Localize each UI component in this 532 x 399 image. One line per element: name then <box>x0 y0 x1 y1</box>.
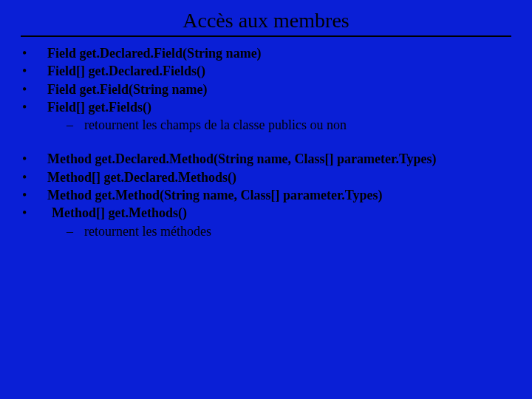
bullet-icon: • <box>21 204 47 222</box>
fields-group: • Field get.Declared.Field(String name) … <box>21 44 511 134</box>
bullet-icon: • <box>21 98 47 116</box>
bullet-icon: • <box>21 62 47 80</box>
sub-item: – retournent les champs de la classe pub… <box>21 116 511 134</box>
bullet-icon: • <box>21 44 47 62</box>
bullet-icon: • <box>21 186 47 204</box>
list-item: • Method get.Declared.Method(String name… <box>21 150 511 168</box>
sub-text: retournent les champs de la classe publi… <box>84 116 347 134</box>
bullet-icon: • <box>21 150 47 168</box>
sub-text: retournent les méthodes <box>84 222 211 240</box>
item-text: Field get.Declared.Field(String name) <box>47 44 262 62</box>
item-text: Field get.Field(String name) <box>47 81 207 98</box>
bullet-icon: • <box>21 81 47 98</box>
sub-item: – retournent les méthodes <box>21 222 511 240</box>
slide-title: Accès aux membres <box>21 9 511 33</box>
item-text: Method[] get.Methods() <box>47 204 187 222</box>
methods-group: • Method get.Declared.Method(String name… <box>21 150 511 239</box>
list-item: • Method get.Method(String name, Class[]… <box>21 186 511 204</box>
list-item: • Method[] get.Methods() <box>21 204 511 222</box>
list-item: • Field[] get.Fields() <box>21 98 511 116</box>
title-divider <box>21 35 511 37</box>
list-item: • Field get.Declared.Field(String name) <box>21 44 511 62</box>
dash-icon: – <box>66 116 84 134</box>
slide: Accès aux membres • Field get.Declared.F… <box>0 0 532 240</box>
dash-icon: – <box>66 222 84 240</box>
item-text: Method get.Method(String name, Class[] p… <box>47 186 382 204</box>
item-text: Method get.Declared.Method(String name, … <box>47 150 437 168</box>
bullet-icon: • <box>21 168 47 186</box>
list-item: • Field get.Field(String name) <box>21 81 511 98</box>
list-item: • Method[] get.Declared.Methods() <box>21 168 511 186</box>
list-item: • Field[] get.Declared.Fields() <box>21 62 511 80</box>
item-text: Field[] get.Declared.Fields() <box>47 62 205 80</box>
item-text: Method[] get.Declared.Methods() <box>47 168 236 186</box>
item-text: Field[] get.Fields() <box>47 98 151 116</box>
